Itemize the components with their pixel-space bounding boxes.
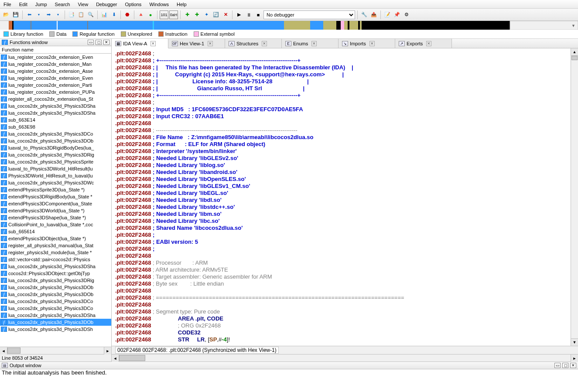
disasm-line[interactable]: .plt:002F2468 ;: [115, 245, 575, 252]
menu-item-debugger[interactable]: Debugger: [96, 2, 117, 7]
menu-item-help[interactable]: Help: [177, 2, 187, 7]
disasm-line[interactable]: .plt:002F2468 ; ------------------------…: [115, 127, 575, 134]
function-row[interactable]: fregister_all_cocos2dx_extension(lua_St: [0, 95, 111, 102]
disasm-line[interactable]: .plt:002F2468 ; ARM architecture: ARMv5T…: [115, 266, 575, 273]
disasm-line[interactable]: .plt:002F2468 ; EABI version: 5: [115, 239, 575, 245]
navbar-overview-icon[interactable]: ▼: [0, 21, 578, 30]
function-row[interactable]: fextendPhysics3DRigidBody(lua_State *: [0, 193, 111, 200]
menu-item-jump[interactable]: Jump: [35, 2, 47, 7]
function-row[interactable]: flua_cocos2dx_physics3d_Physics3DSha: [0, 312, 111, 319]
output-body[interactable]: The initial autoanalysis has been finish…: [0, 369, 578, 376]
function-row[interactable]: fsub_665614: [0, 228, 111, 235]
menu-item-edit[interactable]: Edit: [19, 2, 27, 7]
tab-ida-view-a[interactable]: ▦IDA View-A✕: [112, 39, 168, 48]
maximize-icon[interactable]: ◻: [562, 363, 568, 368]
disasm-line[interactable]: .plt:002F2468 ; | This file has been gen…: [115, 64, 575, 71]
function-row[interactable]: flua_register_cocos2dx_extension_Man: [0, 61, 111, 68]
scroll-left-icon[interactable]: ◄: [0, 347, 7, 355]
functions-list[interactable]: flua_register_cocos2dx_extension_Evenflu…: [0, 54, 111, 347]
play-icon[interactable]: ▶: [235, 10, 243, 19]
scroll-up-icon[interactable]: ▲: [571, 48, 578, 56]
function-row[interactable]: flua_register_cocos2dx_extension_Even: [0, 54, 111, 61]
tool-icon[interactable]: 📤: [369, 10, 378, 19]
disasm-line[interactable]: .plt:002F2468 ;: [115, 99, 575, 106]
tab-imports[interactable]: ↘Imports✕: [339, 39, 395, 48]
tool-icon[interactable]: 📊: [100, 10, 109, 19]
hex-icon[interactable]: 0aH: [169, 10, 178, 19]
function-row[interactable]: flua_cocos2dx_physics3d_Physics3DCo: [0, 298, 111, 305]
function-row[interactable]: flua_register_cocos2dx_extension_Asse: [0, 68, 111, 75]
function-row[interactable]: fextendPhysics3DObject(lua_State *): [0, 235, 111, 242]
open-icon[interactable]: 📂: [2, 10, 10, 19]
function-row[interactable]: flua_register_cocos2dx_extension_Even: [0, 75, 111, 82]
disasm-line[interactable]: .plt:002F2468 ; Needed Library 'libEGL.s…: [115, 190, 575, 197]
disasm-line[interactable]: .plt:002F2468 ; Needed Library 'libm.so': [115, 211, 575, 218]
disasm-line[interactable]: .plt:002F2468 ; Segment type: Pure code: [115, 308, 575, 315]
tab-close-icon[interactable]: ✕: [208, 41, 213, 46]
function-row[interactable]: flua_cocos2dx_physics3d_Physics3DOb: [0, 284, 111, 291]
delete-icon[interactable]: ✕: [221, 10, 230, 19]
disasm-line[interactable]: .plt:002F2468 ; Needed Library 'libc.so': [115, 218, 575, 225]
restore-icon[interactable]: ▭: [554, 363, 561, 368]
disasm-horizontal-scrollbar[interactable]: ◄ ►: [112, 354, 578, 361]
tool-icon[interactable]: ✚: [192, 10, 201, 19]
scroll-thumb[interactable]: [7, 348, 21, 354]
scroll-left-icon[interactable]: ◄: [112, 355, 119, 362]
disasm-line[interactable]: .plt:002F2468 ;: [115, 232, 575, 239]
function-row[interactable]: flua_cocos2dx_physics3d_Physics3DCo: [0, 130, 111, 137]
scroll-right-icon[interactable]: ►: [104, 347, 111, 355]
function-row[interactable]: fcocos2d::Physics3DObject::getObjTyp: [0, 270, 111, 277]
disasm-line[interactable]: .plt:002F2468 ; Input CRC32 : 07AAB6E1: [115, 113, 575, 120]
disasm-line[interactable]: .plt:002F2468 ; | Copyright (c) 2015 Hex…: [115, 71, 575, 78]
tool-icon[interactable]: 🔧: [360, 10, 369, 19]
function-row[interactable]: flua_cocos2dx_physics3d_PhysicsSprite: [0, 158, 111, 165]
disasm-line[interactable]: .plt:002F2468 ; | Giancarlo Russo, HT Sr…: [115, 85, 575, 92]
scroll-down-icon[interactable]: ▼: [571, 338, 578, 346]
tool-icon[interactable]: ✚: [183, 10, 192, 19]
disasm-line[interactable]: .plt:002F2468 ; Shared Name 'libcocos2dl…: [115, 225, 575, 232]
disasm-line[interactable]: .plt:002F2468 ; +-----------------------…: [115, 92, 575, 99]
tab-enums[interactable]: EEnums✕: [282, 39, 339, 48]
function-row[interactable]: flua_cocos2dx_physics3d_Physics3DSha: [0, 263, 111, 270]
menu-item-windows[interactable]: Windows: [149, 2, 169, 7]
disasm-line[interactable]: .plt:002F2468 AREA .plt, CODE: [115, 315, 575, 322]
function-row[interactable]: flua_cocos2dx_physics3d_Physics3DOb: [0, 319, 111, 326]
text-icon[interactable]: 101: [160, 10, 168, 19]
disasm-line[interactable]: .plt:002F2468 ; | License info: 48-3255-…: [115, 78, 575, 85]
function-row[interactable]: fluaval_to_Physics3DWorld_HitResult(lu: [0, 165, 111, 172]
debugger-select[interactable]: No debugger: [263, 10, 355, 19]
stop-icon[interactable]: ■: [254, 10, 263, 19]
disasm-line[interactable]: .plt:002F2468: [115, 301, 575, 308]
back-icon[interactable]: ⬅: [25, 10, 34, 19]
disasm-line[interactable]: .plt:002F2468 ; +-----------------------…: [115, 57, 575, 64]
disasm-line[interactable]: .plt:002F2468 ; Needed Library 'liblog.s…: [115, 162, 575, 169]
tool-icon[interactable]: 📑: [67, 10, 76, 19]
function-row[interactable]: fextendPhysics3DWorld(lua_State *): [0, 207, 111, 214]
function-row[interactable]: fextendPhysics3DShape(lua_State *): [0, 214, 111, 221]
tool-icon[interactable]: 📌: [393, 10, 401, 19]
function-row[interactable]: fPhysics3DWorld_HitResult_to_luaval(lu: [0, 172, 111, 179]
menu-item-file[interactable]: File: [3, 2, 11, 7]
tool-icon[interactable]: 🔄: [212, 10, 220, 19]
disassembly-view[interactable]: .plt:002F2468 ;.plt:002F2468 ; +--------…: [112, 48, 578, 346]
disasm-line[interactable]: .plt:002F2468 ; ORG 0x2F2468: [115, 322, 575, 329]
dropdown-icon[interactable]: ▼: [34, 10, 43, 19]
disasm-line[interactable]: .plt:002F2468 ; Needed Library 'libGLESv…: [115, 183, 575, 190]
navigation-bar[interactable]: ▼: [0, 21, 578, 30]
close-icon[interactable]: ✕: [570, 363, 576, 368]
disasm-line[interactable]: .plt:002F2468 ; File Name : Z:\mnt\game8…: [115, 134, 575, 141]
scroll-thumb[interactable]: [119, 355, 145, 361]
disasm-line[interactable]: .plt:002F2468 ; Byte sex : Little endian: [115, 280, 575, 287]
disasm-line[interactable]: .plt:002F2468 ; Processor : ARM: [115, 259, 575, 266]
function-row[interactable]: flua_cocos2dx_physics3d_Physics3DOb: [0, 291, 111, 298]
disasm-line[interactable]: .plt:002F2468 ; Target assembler: Generi…: [115, 273, 575, 280]
function-row[interactable]: flua_cocos2dx_physics3d_Physics3DRig: [0, 277, 111, 284]
tab-structures[interactable]: AStructures✕: [225, 39, 282, 48]
disasm-line[interactable]: .plt:002F2468 ; Input MD5 : 1FC609E5736C…: [115, 106, 575, 113]
horizontal-scrollbar[interactable]: ◄ ►: [0, 347, 111, 354]
function-row[interactable]: flua_cocos2dx_physics3d_Physics3DSha: [0, 102, 111, 109]
restore-icon[interactable]: ▭: [88, 40, 94, 45]
tab-hex-view-1[interactable]: 0FHex View-1✕: [168, 39, 225, 48]
disasm-line[interactable]: .plt:002F2468: [115, 287, 575, 294]
disasm-line[interactable]: .plt:002F2468 ; Interpreter '/system/bin…: [115, 148, 575, 155]
